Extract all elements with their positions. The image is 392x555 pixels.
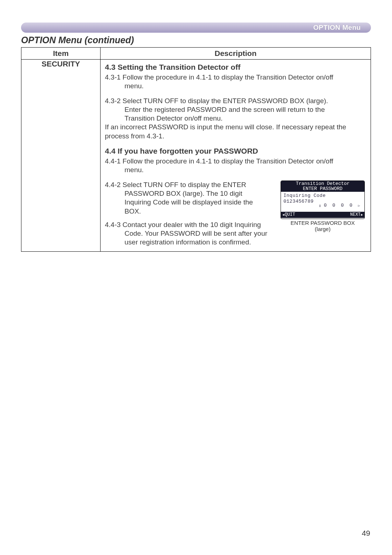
sec44-step1: 4.4-1 Follow the procedure in 4.1-1 to d… bbox=[105, 157, 366, 175]
sec43-heading: 4.3 Setting the Transition Detector off bbox=[105, 62, 366, 72]
sec44-step3-line1: 4.4-3 Contact your dealer with the 10 di… bbox=[105, 221, 261, 228]
page-number: 49 bbox=[362, 529, 370, 538]
dialog-title-line2: ENTER PASSWORD bbox=[281, 186, 364, 192]
sec44-heading: 4.4 If you have forgotten your PASSWORD bbox=[105, 146, 366, 156]
quit-button[interactable]: QUIT bbox=[282, 212, 295, 218]
sec43-step1-text: 4.3-1 Follow the procedure in 4.1-1 to d… bbox=[105, 73, 333, 81]
inquiring-label: Inquiring Code bbox=[283, 193, 362, 199]
sec43-step2-line3: Transition Detector on/off menu. bbox=[105, 114, 366, 123]
updown-icon: ⇕ bbox=[319, 203, 323, 209]
row-item-label: SECURITY bbox=[21, 60, 101, 252]
sec43-step2-note: If an incorrect PASSWORD is input the me… bbox=[105, 123, 366, 141]
th-item: Item bbox=[21, 48, 101, 60]
password-digits: ⇕0 0 0 0 ▷ bbox=[319, 203, 362, 209]
sec44-step2-block: 4.4-2 Select TURN OFF to display the ENT… bbox=[105, 181, 366, 220]
dialog-title: Transition Detector ENTER PASSWORD bbox=[281, 181, 364, 192]
sec44-step2-line2: PASSWORD BOX (large). The 10 digit bbox=[105, 189, 273, 198]
sec44-step3-block: 4.4-3 Contact your dealer with the 10 di… bbox=[105, 220, 366, 247]
next-button[interactable]: NEXT bbox=[350, 212, 363, 218]
sec44-step2-line4: BOX. bbox=[105, 207, 273, 216]
sec44-step3-line2: Code. Your PASSWORD will be sent after y… bbox=[105, 229, 273, 238]
dialog-footer: QUIT NEXT bbox=[281, 212, 364, 218]
dialog-title-line1: Transition Detector bbox=[281, 181, 364, 187]
sec44-step2-line1: 4.4-2 Select TURN OFF to display the ENT… bbox=[105, 181, 246, 189]
sec43-step2-line1: 4.3-2 Select TURN OFF to display the ENT… bbox=[105, 97, 328, 105]
sec43-step1-cont: menu. bbox=[105, 82, 366, 90]
page-title: OPTION Menu (continued) bbox=[21, 35, 134, 45]
sec43-step2: 4.3-2 Select TURN OFF to display the ENT… bbox=[105, 97, 366, 141]
right-tri-icon: ▷ bbox=[358, 204, 362, 208]
banner-label: OPTION Menu bbox=[313, 24, 361, 32]
sec43-step1: 4.3-1 Follow the procedure in 4.1-1 to d… bbox=[105, 73, 366, 91]
sec44-step3: 4.4-3 Contact your dealer with the 10 di… bbox=[105, 220, 273, 247]
sec44-step2: 4.4-2 Select TURN OFF to display the ENT… bbox=[105, 181, 273, 216]
sec44-step2-line3: Inquiring Code will be displayed inside … bbox=[105, 198, 273, 207]
sec43-step2-line2: Enter the registered PASSWORD and the sc… bbox=[105, 105, 366, 114]
digits-value: 0 0 0 0 bbox=[324, 203, 354, 208]
dialog-body: Inquiring Code 0123456789 ⇕0 0 0 0 ▷ bbox=[281, 192, 364, 212]
header-banner: OPTION Menu bbox=[21, 23, 371, 33]
option-table: Item Description SECURITY 4.3 Setting th… bbox=[21, 47, 371, 252]
sec44-step1-cont: menu. bbox=[105, 166, 366, 174]
dialog-box: Transition Detector ENTER PASSWORD Inqui… bbox=[281, 181, 365, 219]
row-description: 4.3 Setting the Transition Detector off … bbox=[101, 60, 371, 252]
sec44-step1-line1: 4.4-1 Follow the procedure in 4.1-1 to d… bbox=[105, 157, 333, 165]
th-desc: Description bbox=[101, 48, 371, 60]
sec44-step3-line3: user registration information is confirm… bbox=[105, 238, 273, 247]
